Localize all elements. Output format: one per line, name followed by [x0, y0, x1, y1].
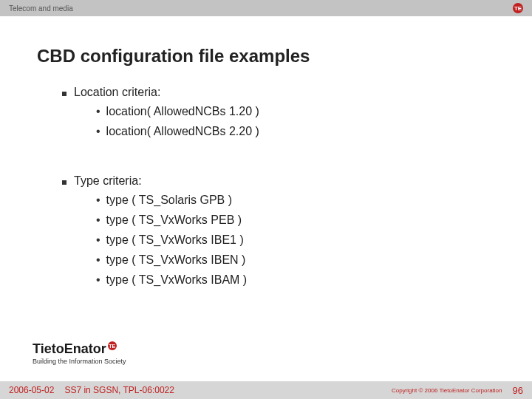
item-label: location( AllowedNCBs 1.20 ): [106, 103, 259, 120]
dot-bullet-icon: •: [96, 212, 100, 228]
square-bullet-icon: [62, 92, 66, 96]
topbar-label: Telecom and media: [9, 4, 73, 13]
topbar: Telecom and media TE: [0, 0, 532, 16]
list-item: • location( AllowedNCBs 1.20 ): [37, 103, 495, 120]
dot-bullet-icon: •: [96, 232, 100, 248]
item-label: type ( TS_VxWorks IBAM ): [106, 272, 248, 288]
section-label: Location criteria:: [74, 86, 160, 99]
brand-name: TietoEnator TE: [33, 341, 126, 357]
section-label: Type criteria:: [74, 174, 142, 188]
dot-bullet-icon: •: [96, 192, 100, 208]
item-label: type ( TS_VxWorks PEB ): [106, 212, 242, 228]
dot-bullet-icon: •: [96, 103, 100, 120]
square-bullet-icon: [62, 180, 66, 185]
footer-reference: SS7 in SGSN, TPL-06:0022: [64, 385, 174, 395]
slide-title: CBD configuration file examples: [37, 46, 495, 66]
brand-badge-icon: TE: [513, 3, 523, 13]
brand-block: TietoEnator TE Building the Information …: [33, 341, 126, 365]
footer-page-number: 96: [513, 385, 523, 396]
item-label: type ( TS_Solaris GPB ): [106, 192, 232, 208]
list-item: • location( AllowedNCBs 2.20 ): [37, 123, 495, 140]
dot-bullet-icon: •: [96, 252, 100, 268]
brand-name-text: TietoEnator: [33, 341, 106, 357]
list-item: • type ( TS_VxWorks IBAM ): [37, 272, 495, 288]
item-label: type ( TS_VxWorks IBEN ): [106, 252, 246, 268]
brand-dot-icon: TE: [108, 341, 117, 350]
dot-bullet-icon: •: [96, 272, 100, 288]
list-item: • type ( TS_VxWorks IBE1 ): [37, 232, 495, 248]
list-item: • type ( TS_Solaris GPB ): [37, 192, 495, 208]
dot-bullet-icon: •: [96, 123, 100, 140]
item-label: location( AllowedNCBs 2.20 ): [106, 123, 259, 140]
footer-date: 2006-05-02: [9, 385, 54, 395]
brand-tagline: Building the Information Society: [33, 358, 126, 365]
slide-content: CBD configuration file examples Location…: [0, 16, 532, 288]
footer-copyright: Copyright © 2006 TietoEnator Corporation: [392, 387, 502, 394]
section-heading: Type criteria:: [37, 174, 495, 188]
section-heading: Location criteria:: [37, 86, 495, 99]
list-item: • type ( TS_VxWorks IBEN ): [37, 252, 495, 268]
footer: 2006-05-02 SS7 in SGSN, TPL-06:0022 Copy…: [0, 381, 532, 399]
item-label: type ( TS_VxWorks IBE1 ): [106, 232, 244, 248]
list-item: • type ( TS_VxWorks PEB ): [37, 212, 495, 228]
